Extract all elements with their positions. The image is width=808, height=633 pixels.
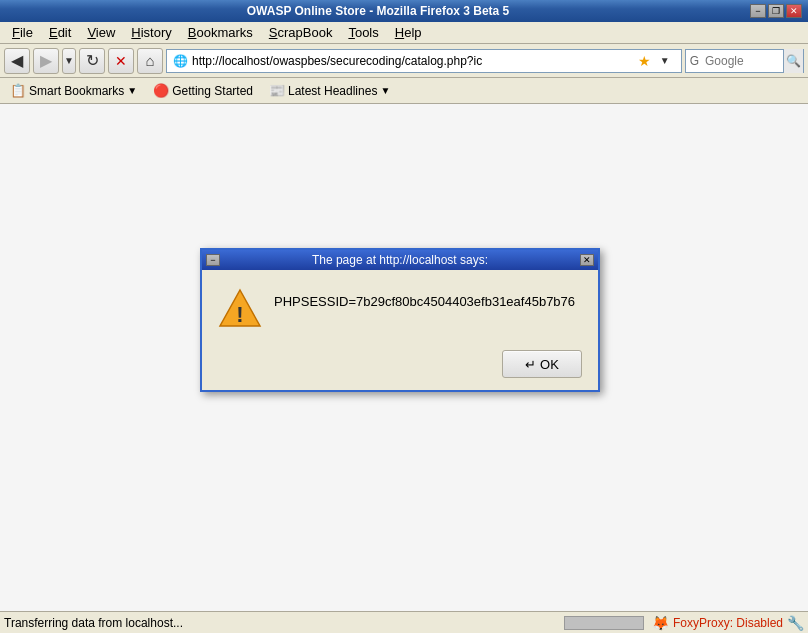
dialog-titlebar: − The page at http://localhost says: ✕ bbox=[202, 250, 598, 270]
modal-overlay: − The page at http://localhost says: ✕ !… bbox=[0, 0, 808, 633]
dialog-footer: ↵ OK bbox=[202, 342, 598, 390]
ok-icon: ↵ bbox=[525, 357, 536, 372]
ok-label: OK bbox=[540, 357, 559, 372]
ok-button[interactable]: ↵ OK bbox=[502, 350, 582, 378]
svg-text:!: ! bbox=[236, 302, 243, 327]
dialog-body: ! PHPSESSID=7b29cf80bc4504403efb31eaf45b… bbox=[202, 270, 598, 342]
dialog: − The page at http://localhost says: ✕ !… bbox=[200, 248, 600, 392]
dialog-minimize-button[interactable]: − bbox=[206, 254, 220, 266]
dialog-message: PHPSESSID=7b29cf80bc4504403efb31eaf45b7b… bbox=[274, 286, 575, 309]
dialog-close-button[interactable]: ✕ bbox=[580, 254, 594, 266]
dialog-title: The page at http://localhost says: bbox=[220, 253, 580, 267]
warning-icon: ! bbox=[218, 286, 262, 330]
